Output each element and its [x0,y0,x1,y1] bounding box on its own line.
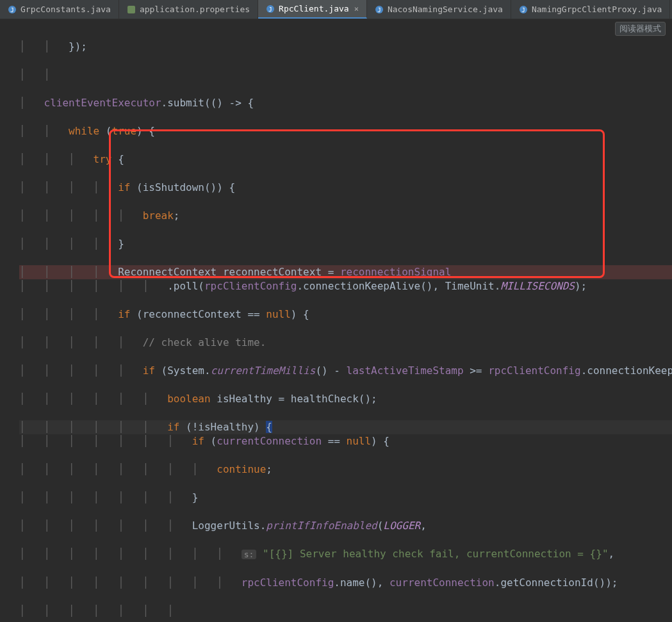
code-line: │ clientEventExecutor.submit(() -> { [19,96,672,110]
code-line: │ │ │ │ │ // check alive time. [19,336,672,350]
code-line: │ │ │ │ │ if (System.currentTimeMillis()… [19,364,672,378]
code-line: │ │ │ │ if (isShutdown()) { [19,181,672,195]
code-line: │ │ [19,68,672,82]
tab-nacosnamingservice[interactable]: J NacosNamingService.java [367,0,511,19]
code-line: │ │ }); [19,40,672,54]
code-line: │ │ │ │ │ break; [19,209,672,223]
code-line: │ │ │ │ if (reconnectContext == null) { [19,307,672,322]
code-line: │ │ │ try { [19,152,672,167]
tab-label: RpcClient.java [279,4,349,13]
tab-label: NacosNamingService.java [388,4,503,14]
code-line: │ │ │ │ │ │ │ [19,604,672,618]
tab-label: NamingGrpcClientProxy.java [532,4,662,14]
tab-naminggrpcclientproxy[interactable]: J NamingGrpcClientProxy.java [511,0,671,19]
editor-tabs: J GrpcConstants.java application.propert… [0,0,672,19]
code-line: │ │ │ │ │ │ .poll(rpcClientConfig.connec… [19,279,672,293]
tab-label: application.properties [140,4,250,14]
code-line-caret: │ │ │ │ │ │ if (!isHealthy) { [19,420,672,434]
code-line: │ │ │ │ │ │ │ if (currentConnection == n… [19,434,672,448]
code-line: │ │ while (true) { [19,124,672,138]
code-line: │ │ │ │ │ │ boolean isHealthy = healthCh… [19,392,672,406]
code-editor[interactable]: │ │ }); │ │ │ clientEventExecutor.submit… [0,19,672,622]
code-line-highlighted: │ │ │ │ ReconnectContext reconnectContex… [19,265,672,279]
java-icon: J [519,5,528,14]
tab-application-properties[interactable]: application.properties [119,0,258,19]
svg-text:J: J [521,7,525,13]
code-line: │ │ │ │ } [19,237,672,251]
code-line: │ │ │ │ │ │ │ │ continue; [19,462,672,477]
svg-text:J: J [268,6,272,13]
code-line: │ │ │ │ │ │ │ LoggerUtils.printIfInfoEna… [19,519,672,533]
tab-rpcclient[interactable]: J RpcClient.java × [258,0,367,19]
java-icon: J [266,4,275,13]
code-line: │ │ │ │ │ │ │ } [19,491,672,505]
svg-text:J: J [10,7,13,13]
svg-rect-2 [127,6,135,13]
close-icon[interactable]: × [354,4,359,13]
props-icon [127,5,136,14]
param-hint: s: [242,550,257,559]
svg-text:J: J [377,7,381,13]
tab-label: GrpcConstants.java [20,4,111,14]
java-icon: J [8,5,17,14]
code-line: │ │ │ │ │ │ │ │ │ rpcClientConfig.name()… [19,576,672,590]
tab-grpcconstants[interactable]: J GrpcConstants.java [0,0,119,19]
java-icon: J [375,5,384,14]
code-line: │ │ │ │ │ │ │ │ │ s: "[{}] Server health… [19,547,672,562]
